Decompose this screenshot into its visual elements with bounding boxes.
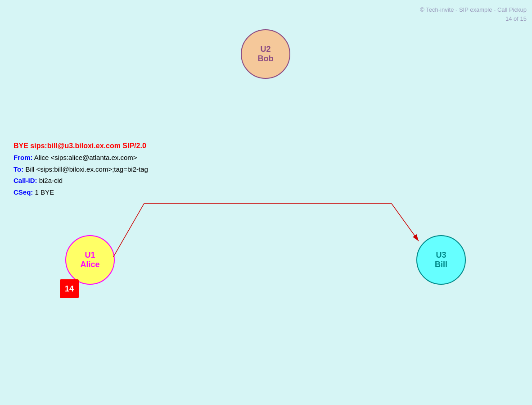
cseq-line: CSeq: 1 BYE xyxy=(14,187,148,198)
sip-message-block: BYE sips:bill@u3.biloxi.ex.com SIP/2.0 F… xyxy=(14,140,148,198)
to-line: To: Bill <sips:bill@biloxi.ex.com>;tag=b… xyxy=(14,164,148,175)
from-value: Alice <sips:alice@atlanta.ex.com> xyxy=(33,154,137,161)
from-label: From: xyxy=(14,154,33,161)
copyright-block: © Tech-invite - SIP example - Call Picku… xyxy=(420,5,527,23)
node-bill: U3 Bill xyxy=(416,235,466,285)
to-label: To: xyxy=(14,165,23,173)
callid-value: bi2a-cid xyxy=(37,177,63,184)
bob-id: U2 xyxy=(260,45,271,54)
callid-label: Call-ID: xyxy=(14,177,37,184)
callid-line: Call-ID: bi2a-cid xyxy=(14,175,148,187)
alice-name: Alice xyxy=(80,260,99,269)
bob-name: Bob xyxy=(258,54,274,64)
bill-name: Bill xyxy=(435,260,447,269)
step-badge: 14 xyxy=(60,279,79,298)
bye-arrow xyxy=(113,204,419,257)
alice-id: U1 xyxy=(85,250,95,260)
from-line: From: Alice <sips:alice@atlanta.ex.com> xyxy=(14,152,148,164)
node-alice: U1 Alice xyxy=(65,235,115,285)
copyright-line2: 14 of 15 xyxy=(420,14,527,23)
node-bob: U2 Bob xyxy=(241,29,290,79)
bye-line: BYE sips:bill@u3.biloxi.ex.com SIP/2.0 xyxy=(14,140,148,152)
cseq-label: CSeq: xyxy=(14,188,33,196)
bill-id: U3 xyxy=(436,250,446,260)
to-value: Bill <sips:bill@biloxi.ex.com>;tag=bi2-t… xyxy=(23,165,148,173)
step-number: 14 xyxy=(65,284,74,294)
cseq-value: 1 BYE xyxy=(33,188,54,196)
copyright-line1: © Tech-invite - SIP example - Call Picku… xyxy=(420,5,527,14)
